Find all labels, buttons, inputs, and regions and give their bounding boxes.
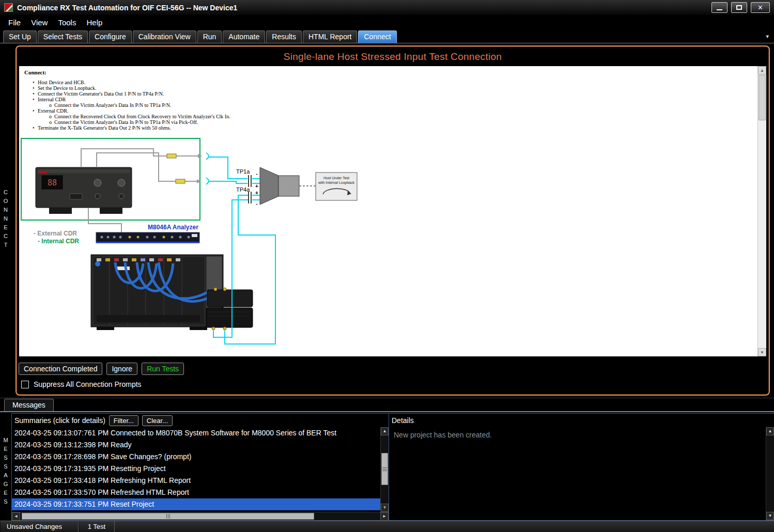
analyzer-module	[96, 232, 199, 243]
minimize-icon	[717, 9, 722, 10]
panel-title: Single-lane Host Stressed Input Test Con…	[17, 51, 769, 62]
test-count-status: 1 Test	[79, 521, 115, 532]
messages-tab-row: Messages	[0, 398, 774, 412]
close-icon: ×	[758, 4, 763, 12]
connect-side-label: CONNECT	[3, 189, 9, 251]
tab-configure[interactable]: Configure	[89, 30, 132, 43]
scroll-left-icon[interactable]: ◄	[12, 512, 20, 521]
minimize-button[interactable]	[711, 2, 727, 13]
host-label-line2: with Internal Loopback	[318, 181, 355, 185]
wire-arrow-1	[198, 154, 202, 158]
maximize-button[interactable]	[731, 2, 747, 13]
tp1a-label: TP1a	[236, 168, 250, 175]
tp-dc-block-symbols	[249, 175, 251, 204]
host-label-line1: Host Under Test	[323, 176, 349, 180]
maximize-icon	[736, 5, 742, 10]
tab-set-up[interactable]: Set Up	[3, 30, 37, 43]
log-row[interactable]: 2024-03-25 09:17:28:698 PM Save Changes?…	[12, 451, 380, 463]
tab-connect[interactable]: Connect	[358, 30, 396, 43]
instruction-item: External CDR.	[33, 108, 396, 114]
tab-results[interactable]: Results	[266, 30, 302, 43]
connect-panel: Single-lane Host Stressed Input Test Con…	[16, 45, 770, 396]
log-row[interactable]: 2024-03-25 09:13:12:398 PM Ready	[12, 439, 380, 451]
scroll-right-icon[interactable]: ►	[380, 512, 389, 521]
scroll-down-icon[interactable]: ▼	[766, 512, 774, 520]
log-row[interactable]: 2024-03-25 09:17:33:751 PM Reset Project	[12, 498, 380, 510]
summaries-hscrollbar[interactable]: ◄ ►	[12, 512, 389, 520]
close-button[interactable]: ×	[751, 2, 770, 13]
clear-button[interactable]: Clear...	[142, 415, 173, 426]
messages-section: Messages MESSAGES Summaries (click for d…	[0, 398, 774, 521]
instruction-item: Terminate the X-Talk Generator's Data Ou…	[33, 125, 396, 131]
message-list: 2024-03-25 09:13:07:761 PM Connected to …	[12, 427, 380, 512]
internal-cdr-label: - Internal CDR	[38, 238, 79, 245]
menu-file[interactable]: File	[3, 17, 26, 28]
instruction-item: Connect the Victim Generator's Data Out …	[33, 91, 396, 97]
menu-help[interactable]: Help	[81, 17, 107, 28]
status-bar: Unsaved Changes 1 Test	[0, 521, 774, 532]
cdr-boundary-box	[21, 138, 200, 220]
messages-gutter: MESSAGES	[0, 413, 11, 521]
tab-html-report[interactable]: HTML Report	[303, 30, 358, 43]
log-row[interactable]: 2024-03-25 09:17:33:570 PM Refreshed HTM…	[12, 487, 380, 498]
host-under-test-box: Host Under Test with Internal Loopback	[316, 173, 357, 200]
ignore-button[interactable]: Ignore	[106, 363, 137, 375]
log-row[interactable]: 2024-03-25 09:17:31:935 PM Resetting Pro…	[12, 463, 380, 475]
tab-bar: Set UpSelect TestsConfigureCalibration V…	[0, 29, 774, 43]
connection-canvas: Connect: Host Device and HCB.Set the Dev…	[19, 66, 766, 356]
tab-automate[interactable]: Automate	[223, 30, 265, 43]
blue-cables	[115, 262, 221, 302]
connection-instructions: Connect: Host Device and HCB.Set the Dev…	[24, 69, 396, 131]
menu-view[interactable]: View	[26, 17, 53, 28]
tab-calibration-view[interactable]: Calibration View	[133, 30, 196, 43]
tab-overflow-chevron[interactable]: ▾	[766, 33, 769, 40]
connection-completed-button[interactable]: Connection Completed	[19, 363, 102, 375]
tab-run[interactable]: Run	[197, 30, 222, 43]
summaries-header: Summaries (click for details)	[14, 416, 105, 425]
loopback-arrow	[323, 189, 350, 194]
scroll-up-icon[interactable]: ▲	[381, 427, 389, 435]
summaries-vscrollbar[interactable]: ▲ ▼	[380, 427, 389, 512]
svg-text:+: +	[255, 190, 258, 196]
scroll-down-icon[interactable]: ▼	[381, 504, 389, 512]
details-vscrollbar[interactable]: ▲ ▼	[766, 427, 774, 520]
scroll-thumb[interactable]	[22, 513, 314, 520]
bert-chassis	[91, 255, 223, 330]
test-fixture-funnel	[260, 167, 278, 205]
scroll-down-icon[interactable]: ▼	[758, 348, 766, 356]
main-area: CONNECT Single-lane Host Stressed Input …	[0, 43, 774, 398]
menu-tools[interactable]: Tools	[53, 17, 81, 28]
unsaved-changes-status: Unsaved Changes	[0, 521, 79, 532]
title-bar: Compliance RX Test Automation for OIF CE…	[0, 0, 774, 15]
tab-messages[interactable]: Messages	[4, 399, 54, 411]
diagram-scrollbar[interactable]: ▲ ▼	[757, 66, 766, 356]
instruction-item: Connect the Victim Analyzer's Data In P/…	[49, 119, 396, 125]
log-row[interactable]: 2024-03-25 09:17:33:418 PM Refreshing HT…	[12, 475, 380, 487]
scroll-thumb[interactable]	[758, 75, 766, 120]
run-tests-button[interactable]: Run Tests	[142, 363, 184, 375]
summaries-list-wrap: 2024-03-25 09:13:07:761 PM Connected to …	[12, 427, 389, 512]
cyan-wires	[206, 153, 275, 344]
instructions-list: Host Device and HCB.Set the Device to Lo…	[24, 80, 396, 131]
polarity-signs: - + + -	[255, 171, 258, 207]
messages-body: MESSAGES Summaries (click for details) F…	[0, 413, 774, 521]
window-controls: ×	[711, 2, 770, 13]
analyzer-label: M8046A Analyzer	[148, 224, 198, 231]
tab-select-tests[interactable]: Select Tests	[38, 30, 88, 43]
svg-text:+: +	[255, 183, 258, 189]
suppress-prompts-checkbox[interactable]	[21, 381, 29, 388]
tp4a-label: TP4a	[236, 186, 250, 193]
hscroll-track[interactable]	[20, 512, 380, 520]
scroll-up-icon[interactable]: ▲	[766, 427, 774, 435]
details-header-row: Details	[389, 414, 774, 427]
window-title: Compliance RX Test Automation for OIF CE…	[17, 4, 237, 12]
scroll-up-icon[interactable]: ▲	[758, 66, 766, 74]
summaries-header-row: Summaries (click for details) Filter... …	[12, 414, 389, 427]
filter-button[interactable]: Filter...	[109, 415, 138, 426]
log-row[interactable]: 2024-03-25 09:13:07:761 PM Connected to …	[12, 427, 380, 439]
tab-strip: Set UpSelect TestsConfigureCalibration V…	[3, 30, 398, 43]
gray-wires	[81, 149, 198, 232]
suppress-prompts-label: Suppress All Connection Prompts	[34, 380, 142, 388]
menu-bar: FileViewToolsHelp	[0, 15, 774, 29]
scroll-thumb[interactable]	[381, 453, 388, 485]
